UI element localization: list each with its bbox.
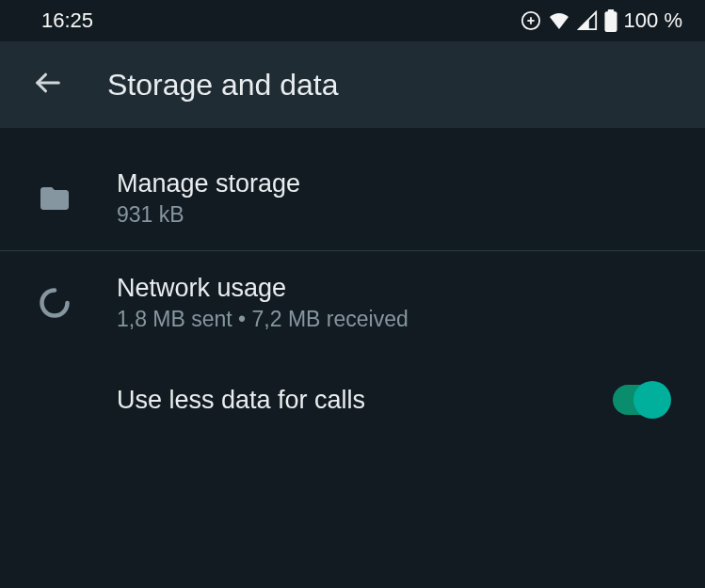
app-bar: Storage and data xyxy=(0,41,705,128)
wifi-icon xyxy=(548,10,570,31)
signal-icon xyxy=(577,10,598,31)
manage-storage-subtitle: 931 kB xyxy=(117,202,705,228)
data-saver-icon xyxy=(521,10,541,31)
svg-rect-4 xyxy=(607,9,614,12)
status-time: 16:25 xyxy=(41,8,93,33)
battery-percent: 100 % xyxy=(624,8,682,33)
content: Manage storage 931 kB Network usage 1,8 … xyxy=(0,128,705,445)
folder-icon xyxy=(34,182,75,215)
manage-storage-title: Manage storage xyxy=(117,169,705,199)
less-data-row[interactable]: Use less data for calls xyxy=(0,355,705,445)
page-title: Storage and data xyxy=(107,68,339,103)
manage-storage-row[interactable]: Manage storage 931 kB xyxy=(0,147,705,250)
battery-icon xyxy=(604,9,617,32)
less-data-title: Use less data for calls xyxy=(117,386,571,415)
less-data-toggle[interactable] xyxy=(613,385,667,415)
network-usage-subtitle: 1,8 MB sent • 7,2 MB received xyxy=(117,307,705,332)
svg-rect-3 xyxy=(604,11,617,32)
data-usage-icon xyxy=(34,286,75,320)
status-icons: 100 % xyxy=(521,8,682,33)
network-usage-row[interactable]: Network usage 1,8 MB sent • 7,2 MB recei… xyxy=(0,251,705,355)
back-icon[interactable] xyxy=(34,69,62,101)
network-usage-title: Network usage xyxy=(117,274,705,303)
status-bar: 16:25 100 % xyxy=(0,0,705,41)
